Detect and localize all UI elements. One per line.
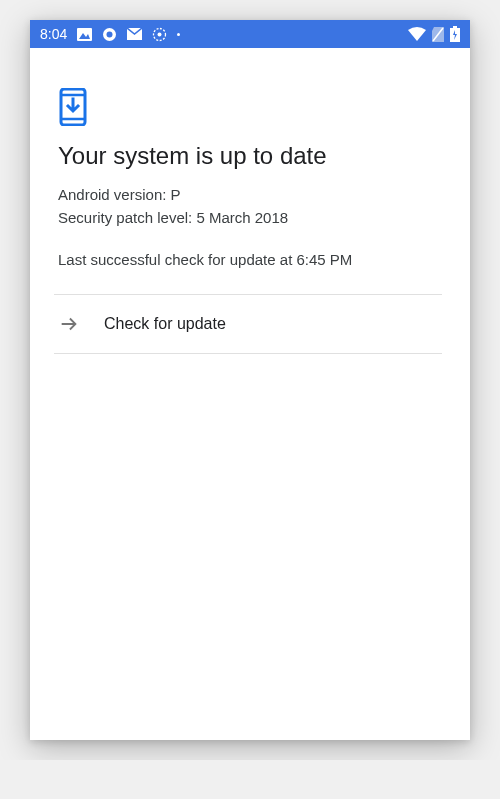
- mail-icon: [127, 28, 142, 40]
- wifi-icon: [408, 27, 426, 41]
- arrow-right-icon: [54, 313, 80, 335]
- battery-icon: [450, 26, 460, 42]
- picture-icon: [77, 28, 92, 41]
- system-update-icon: [58, 88, 88, 126]
- status-left: 8:04: [40, 26, 180, 42]
- status-time: 8:04: [40, 26, 67, 42]
- check-for-update-label: Check for update: [104, 315, 226, 333]
- svg-point-6: [158, 32, 162, 36]
- status-bar: 8:04: [30, 20, 470, 48]
- status-right: [408, 26, 460, 42]
- android-version: Android version: P: [58, 184, 442, 207]
- dot-icon: [177, 33, 180, 36]
- check-for-update-button[interactable]: Check for update: [54, 294, 442, 354]
- svg-rect-8: [453, 26, 457, 28]
- svg-point-3: [107, 31, 113, 37]
- security-patch: Security patch level: 5 March 2018: [58, 207, 442, 230]
- page-title: Your system is up to date: [58, 142, 442, 170]
- content-area: Your system is up to date Android versio…: [30, 48, 470, 740]
- sim-icon: [432, 27, 444, 42]
- last-check-text: Last successful check for update at 6:45…: [58, 251, 442, 268]
- svg-rect-0: [77, 28, 92, 41]
- circle-icon: [102, 27, 117, 42]
- phone-frame: 8:04: [30, 20, 470, 740]
- target-icon: [152, 27, 167, 42]
